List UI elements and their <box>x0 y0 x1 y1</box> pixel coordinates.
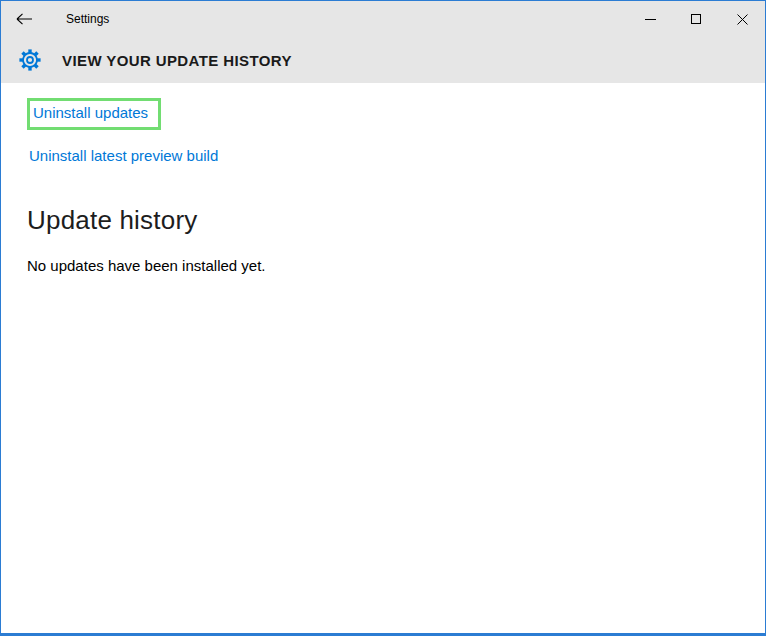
close-icon <box>737 14 748 25</box>
minimize-button[interactable] <box>627 1 673 37</box>
close-button[interactable] <box>719 1 765 37</box>
page-header: VIEW YOUR UPDATE HISTORY <box>1 37 765 83</box>
settings-window: Settings <box>0 0 766 636</box>
gear-icon <box>18 48 42 72</box>
maximize-icon <box>691 14 701 24</box>
highlight-box: Uninstall updates <box>27 98 161 130</box>
minimize-icon <box>645 19 656 20</box>
maximize-button[interactable] <box>673 1 719 37</box>
page-title: VIEW YOUR UPDATE HISTORY <box>62 52 292 69</box>
uninstall-preview-build-link[interactable]: Uninstall latest preview build <box>29 147 218 164</box>
update-history-heading: Update history <box>27 205 765 236</box>
titlebar: Settings <box>1 1 765 37</box>
window-title: Settings <box>66 12 109 26</box>
content-area: Uninstall updates Uninstall latest previ… <box>1 83 765 633</box>
back-arrow-icon <box>16 13 33 25</box>
uninstall-updates-link[interactable]: Uninstall updates <box>33 104 148 121</box>
empty-history-message: No updates have been installed yet. <box>27 257 765 274</box>
back-button[interactable] <box>1 1 47 37</box>
